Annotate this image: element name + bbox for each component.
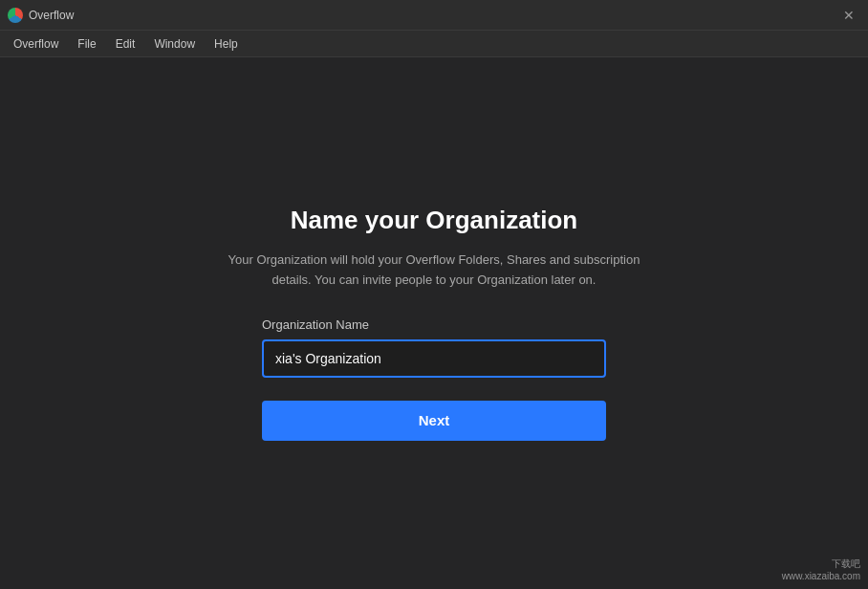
next-button[interactable]: Next xyxy=(262,401,606,441)
form-group: Organization Name xyxy=(262,317,606,378)
menu-bar: Overflow File Edit Window Help xyxy=(0,31,868,57)
app-title: Overflow xyxy=(29,9,74,22)
organization-name-input[interactable] xyxy=(262,339,606,378)
menu-item-window[interactable]: Window xyxy=(144,33,205,55)
menu-item-file[interactable]: File xyxy=(68,33,105,55)
page-description: Your Organization will hold your Overflo… xyxy=(214,251,654,291)
menu-item-overflow[interactable]: Overflow xyxy=(4,33,68,55)
app-icon xyxy=(8,8,23,23)
close-button[interactable]: ✕ xyxy=(837,4,860,27)
main-content: Name your Organization Your Organization… xyxy=(0,57,868,589)
menu-item-edit[interactable]: Edit xyxy=(106,33,145,55)
title-bar: Overflow ✕ xyxy=(0,0,868,31)
title-bar-left: Overflow xyxy=(8,8,74,23)
form-label: Organization Name xyxy=(262,317,606,332)
page-title: Name your Organization xyxy=(291,206,578,235)
center-panel: Name your Organization Your Organization… xyxy=(195,206,673,441)
menu-item-help[interactable]: Help xyxy=(205,33,248,55)
